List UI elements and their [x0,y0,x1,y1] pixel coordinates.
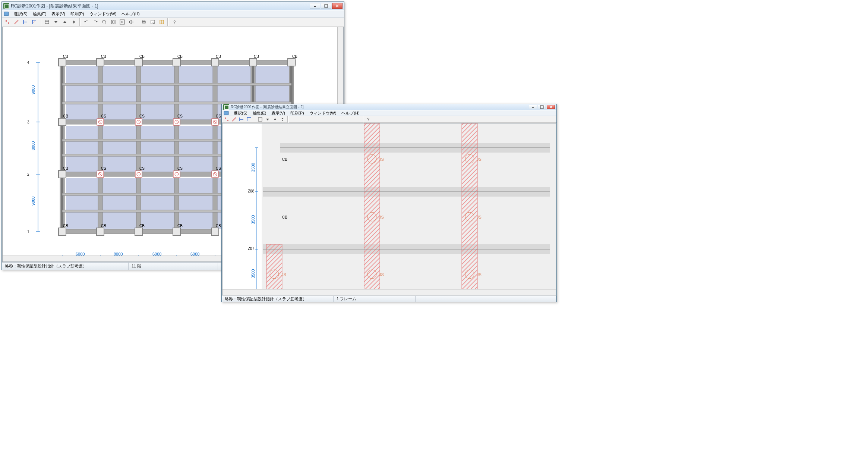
svg-rect-32 [98,60,102,234]
joint-tag: JS [477,272,482,277]
svg-rect-59 [224,111,228,115]
tool-grid-icon[interactable] [158,18,166,26]
svg-rect-45 [62,83,291,85]
tool-4-icon[interactable] [30,18,38,26]
maximize-button[interactable] [538,105,546,109]
column-tag: CB [254,54,259,59]
titlebar[interactable]: RC診断2001作図 - [耐震診断結果平面図 - 1] [2,2,344,10]
col-tag: CB [282,157,287,162]
tool-down-icon[interactable] [264,116,271,122]
tool-3-icon[interactable] [238,116,245,122]
tool-redo-icon[interactable] [298,116,304,122]
column-tag: CB [177,224,183,228]
scroll-corner [550,289,556,295]
column-tag: CB [63,114,68,118]
close-button[interactable] [547,105,555,109]
joint-tag: JS [379,215,384,219]
column-tag: CS [101,114,106,118]
tool-help-icon[interactable]: ? [365,116,372,122]
menu-view[interactable]: 表示(V) [49,10,67,18]
tool-preview-icon[interactable] [149,18,157,26]
status-left: 略称：靭性保証型設計指針（スラブ筋考慮） [2,263,129,270]
tool-zoom-icon[interactable] [305,116,312,122]
svg-rect-60 [258,118,262,121]
column-tag: CS [216,166,221,170]
tool-zoomwin-icon[interactable] [313,116,319,122]
floor-z07: Z07 [248,247,255,251]
tool-up-icon[interactable] [61,18,69,26]
column-tag: CB [139,54,145,59]
tool-print-icon[interactable] [339,116,345,122]
toolbar: ? [222,116,556,123]
tool-1-icon[interactable] [3,18,12,26]
column-tag: CB [177,54,183,59]
svg-rect-1 [325,4,328,7]
tool-pan-icon[interactable] [127,18,135,26]
menu-window[interactable]: ウィンドウ(W) [87,10,119,18]
menu-window[interactable]: ウィンドウ(W) [307,110,339,117]
status-left: 略称：靭性保証型設計指針（スラブ筋考慮） [222,296,334,302]
col-tag: CB [282,215,287,219]
tool-print-icon[interactable] [140,18,148,26]
column-tag: CB [216,224,221,228]
tool-grid-icon[interactable] [354,116,360,122]
column-tag: CS [177,166,183,170]
story-dim-1: 3500 [251,269,255,278]
menu-edit[interactable]: 編集(E) [250,110,269,117]
tool-layers-icon[interactable] [257,116,263,122]
column-tag: CB [292,54,297,59]
tool-preview-icon[interactable] [346,116,353,122]
joint-tag: JS [477,157,482,162]
tool-down-icon[interactable] [52,18,60,26]
tool-2-icon[interactable] [231,116,237,122]
tool-updown-icon[interactable] [70,18,78,26]
close-button[interactable] [332,3,343,9]
status-right [416,296,556,302]
drawing-area[interactable]: JS JS JS JS JS JS JS CB CB Z08 Z07 Z06 3… [222,123,556,295]
column-tag: CB [216,54,221,59]
tool-fit-icon[interactable] [118,18,126,26]
menu-select[interactable]: 選択(S) [12,10,30,18]
y-grid-4: 4 [27,60,29,65]
tool-zoomwin-icon[interactable] [109,18,117,26]
svg-rect-35 [213,60,217,234]
tool-4-icon[interactable] [246,116,252,122]
minimize-button[interactable] [529,105,537,109]
svg-point-6 [102,20,105,23]
tool-undo-icon[interactable] [82,18,91,26]
horizontal-scrollbar[interactable] [222,289,550,295]
joint-tag: JS [281,272,286,277]
column-tag: CB [101,54,106,59]
minimize-button[interactable] [310,3,320,9]
toolbar: ? [2,18,344,26]
app-icon [3,3,9,9]
menu-view[interactable]: 表示(V) [269,110,287,117]
menu-print[interactable]: 印刷(P) [68,10,86,18]
tool-zoom-icon[interactable] [100,18,108,26]
menu-edit[interactable]: 編集(E) [31,10,49,18]
tool-layers-icon[interactable] [43,18,51,26]
tool-1-icon[interactable] [223,116,230,122]
tool-pan-icon[interactable] [328,116,334,122]
tool-redo-icon[interactable] [91,18,100,26]
y-grid-3: 3 [27,120,29,124]
tool-up-icon[interactable] [272,116,278,122]
tool-2-icon[interactable] [12,18,20,26]
window-title: RC診断2001作図 - [耐震診断結果立面図 - 2] [231,104,529,110]
tool-updown-icon[interactable] [279,116,286,122]
menu-help[interactable]: ヘルプ(H) [339,110,362,117]
menu-help[interactable]: ヘルプ(H) [119,10,142,18]
menu-select[interactable]: 選択(S) [231,110,250,117]
tool-3-icon[interactable] [21,18,29,26]
dim-y-span-1: 9000 [31,197,35,206]
menu-print[interactable]: 印刷(P) [288,110,306,117]
maximize-button[interactable] [321,3,331,9]
joint-tag: JS [379,272,384,277]
tool-undo-icon[interactable] [290,116,297,122]
tool-help-icon[interactable]: ? [170,18,179,26]
tool-fit-icon[interactable] [320,116,327,122]
vertical-scrollbar[interactable] [550,123,556,289]
menubar: 選択(S) 編集(E) 表示(V) 印刷(P) ウィンドウ(W) ヘルプ(H) [222,110,556,116]
column-tag: CB [63,54,68,59]
svg-text:?: ? [367,117,369,122]
